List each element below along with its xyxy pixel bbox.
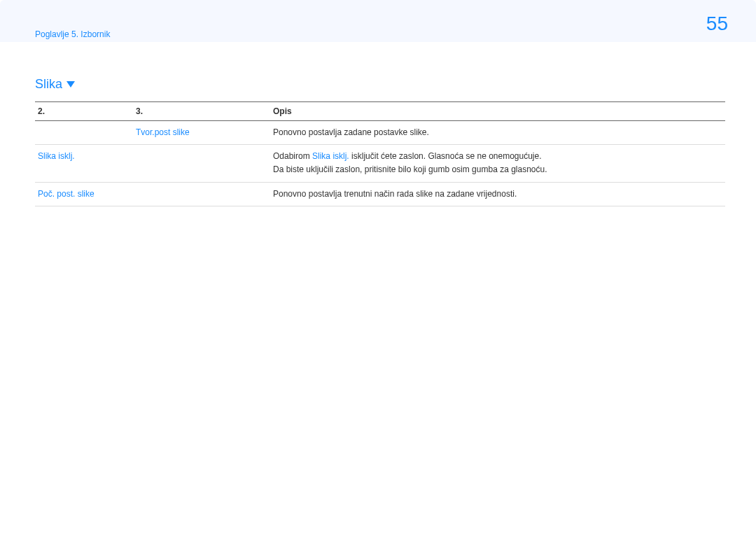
table-header-2: 2. <box>35 102 133 121</box>
table-cell-col2 <box>133 145 270 182</box>
table-cell-col3: Ponovno postavlja trenutni način rada sl… <box>270 182 725 206</box>
table-cell-col1: Poč. post. slike <box>35 182 133 206</box>
table-header-opis: Opis <box>270 102 725 121</box>
table-cell-col3: Odabirom Slika isklj. isključit ćete zas… <box>270 145 725 182</box>
header-band: 55 Poglavlje 5. Izbornik <box>0 0 756 42</box>
table-header-3: 3. <box>133 102 270 121</box>
table-cell-col3: Ponovno postavlja zadane postavke slike. <box>270 121 725 145</box>
table-cell-col1 <box>35 121 133 145</box>
table-row: Poč. post. slikePonovno postavlja trenut… <box>35 182 725 206</box>
table-cell-text: Odabirom <box>273 151 312 161</box>
table-header-row: 2. 3. Opis <box>35 102 725 121</box>
triangle-down-icon <box>66 81 75 87</box>
table-cell-text: Da biste uključili zaslon, pritisnite bi… <box>273 163 722 176</box>
table-row: Tvor.post slikePonovno postavlja zadane … <box>35 121 725 145</box>
page-number: 55 <box>706 13 728 35</box>
content-area: Slika 2. 3. Opis Tvor.post slikePonovno … <box>0 42 756 206</box>
table-cell-col1: Slika isklj. <box>35 145 133 182</box>
settings-table: 2. 3. Opis Tvor.post slikePonovno postav… <box>35 101 725 206</box>
chapter-label: Poglavlje 5. Izbornik <box>35 29 110 39</box>
section-title: Slika <box>35 77 725 92</box>
table-cell-col2 <box>133 182 270 206</box>
section-title-text: Slika <box>35 77 62 92</box>
table-cell-text: Ponovno postavlja trenutni način rada sl… <box>273 189 517 199</box>
table-cell-text: Ponovno postavlja zadane postavke slike. <box>273 127 429 137</box>
table-cell-col2: Tvor.post slike <box>133 121 270 145</box>
table-cell-text: Slika isklj. <box>312 151 349 161</box>
table-cell-text: isključit ćete zaslon. Glasnoća se ne on… <box>349 151 542 161</box>
table-row: Slika isklj.Odabirom Slika isklj. isklju… <box>35 145 725 182</box>
